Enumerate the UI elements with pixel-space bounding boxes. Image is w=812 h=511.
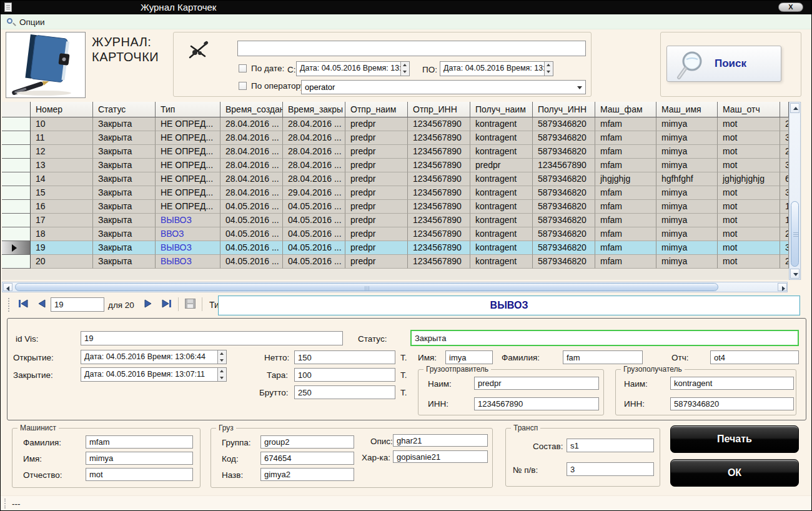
vscroll-thumb[interactable] [791,201,799,267]
scroll-left-button[interactable] [3,283,12,291]
grid-cell[interactable]: mot [718,241,780,255]
table-row[interactable]: 10ЗакрытаНЕ ОПРЕД...28.04.2016 ...28.04.… [2,117,801,131]
table-row[interactable]: 18ЗакрытаВВОЗ04.05.2016 ...04.05.2016 ..… [2,227,801,241]
grid-cell[interactable]: kontragent [470,214,533,227]
receiver-inn-input[interactable] [670,397,794,410]
row-indicator[interactable] [2,117,31,131]
grid-cell[interactable]: mimya [656,131,718,145]
grid-cell[interactable]: 28.04.2016 ... [283,159,345,172]
idvis-input[interactable] [81,331,343,345]
grid-cell[interactable]: 20 [31,255,93,269]
cargo-code-input[interactable] [260,452,354,465]
row-indicator[interactable] [2,241,31,255]
grid-cell[interactable]: mot [718,186,780,200]
grid-cell[interactable]: mimya [656,117,718,131]
table-row[interactable]: 16ЗакрытаНЕ ОПРЕД...04.05.2016 ...04.05.… [2,200,801,214]
grid-cell[interactable]: Закрыта [93,200,156,214]
grid-cell[interactable]: 1234567890 [408,131,470,145]
grid-column-header[interactable]: Получ_ИНН [533,102,595,117]
grid-cell[interactable]: Закрыта [93,241,156,255]
row-indicator[interactable] [2,131,31,145]
grid-cell[interactable]: 04.05.2016 ... [220,200,283,214]
grid-cell[interactable]: kontragent [470,200,533,214]
spinner-up-icon[interactable] [401,62,409,69]
grid-cell[interactable]: mimya [656,255,718,269]
grid-cell[interactable]: 1234567890 [408,200,470,214]
grid-cell[interactable]: 2 [780,227,789,241]
grid-cell[interactable]: jhgjghjg [595,172,656,186]
grid-cell[interactable]: ВЫВОЗ [156,241,220,255]
grid-cell[interactable]: kontragent [470,172,533,186]
transport-pv-input[interactable] [567,462,654,476]
row-indicator[interactable] [2,214,31,227]
grid-column-header[interactable]: Время_создан [220,102,283,117]
close-datetime-field[interactable]: Дата: 04.05.2016 Время: 13:07:11 [81,367,227,382]
grid-cell[interactable]: 5879346820 [533,172,595,186]
grid-cell[interactable]: kontragent [470,241,533,255]
grid-cell[interactable]: 1234567890 [408,214,470,227]
grid-cell[interactable]: 1234567890 [408,241,470,255]
grid-cell[interactable]: 1234567890 [408,159,470,172]
grid-hscrollbar[interactable] [2,282,788,292]
grid-cell[interactable]: mfam [595,227,656,241]
grid-cell[interactable]: 5879346820 [533,214,595,227]
save-button[interactable] [183,297,198,312]
by-date-checkbox[interactable] [239,64,247,72]
brutto-input[interactable] [294,385,395,399]
row-indicator[interactable] [2,255,31,269]
grid-cell[interactable]: predpr [345,200,408,214]
grid-cell[interactable]: 1234567890 [408,172,470,186]
grid-cell[interactable]: Закрыта [93,214,156,227]
grid-cell[interactable]: mfam [595,214,656,227]
grid-cell[interactable]: Закрыта [93,131,156,145]
driver-name-input[interactable] [86,452,193,465]
open-spinner[interactable] [217,350,226,364]
grid-cell[interactable]: 28.04.2016 ... [220,145,283,159]
table-row[interactable]: 13ЗакрытаНЕ ОПРЕД...28.04.2016 ...28.04.… [2,159,801,172]
grid-column-header[interactable]: Отпр_наим [345,102,408,117]
grid-cell[interactable]: mot [718,255,780,269]
grid-cell[interactable]: mfam [595,255,656,269]
grid-cell[interactable]: mot [718,227,780,241]
print-button[interactable]: Печать [670,425,799,453]
grid-cell[interactable]: predpr [345,159,408,172]
grid-cell[interactable]: 12 [31,145,93,159]
grid-cell[interactable]: mfam [595,159,656,172]
grid-cell[interactable]: predpr [345,117,408,131]
grid-column-header[interactable]: Получ_наим [470,102,533,117]
grid-cell[interactable]: 28.04.2016 ... [283,145,345,159]
grid-cell[interactable]: Закрыта [93,255,156,269]
grid-cell[interactable]: 5879346820 [533,145,595,159]
row-indicator[interactable] [2,227,31,241]
row-indicator[interactable] [2,200,31,214]
grid-cell[interactable]: 28.04.2016 ... [283,172,345,186]
grid-cell[interactable]: predpr [345,241,408,255]
cargo-char-input[interactable] [393,450,488,463]
grid-cell[interactable]: 1234567890 [408,145,470,159]
sender-inn-input[interactable] [474,397,599,410]
grid-cell[interactable]: 04.05.2016 ... [283,227,345,241]
tara-input[interactable] [294,368,395,382]
search-input[interactable] [237,41,586,56]
table-row[interactable]: 11ЗакрытаНЕ ОПРЕД...28.04.2016 ...28.04.… [2,131,801,145]
toolbar-grip[interactable] [8,298,10,312]
grid-cell[interactable]: 5879346820 [533,131,595,145]
grid-vscrollbar[interactable] [789,102,801,280]
grid-cell[interactable]: kontragent [470,186,533,200]
grid-cell[interactable]: 3 [780,241,789,255]
grid-cell[interactable]: predpr [470,159,533,172]
grid-cell[interactable]: 2 [780,145,789,159]
grid-cell[interactable]: mfam [595,117,656,131]
date-to-spinner[interactable] [544,62,553,76]
grid-cell[interactable]: kontragent [470,131,533,145]
driver-family-input[interactable] [86,435,193,449]
grid-cell[interactable]: mot [718,214,780,227]
table-row[interactable]: 20ЗакрытаВЫВОЗ04.05.2016 ...04.05.2016 .… [2,255,801,269]
grid-cell[interactable]: 04.05.2016 ... [220,214,283,227]
grid-cell[interactable]: НЕ ОПРЕД... [156,172,220,186]
grid-cell[interactable]: 19 [31,241,93,255]
table-row[interactable]: 15ЗакрытаНЕ ОПРЕД...28.04.2016 ...29.04.… [2,186,801,200]
grid-cell[interactable]: 04.05.2016 ... [220,227,283,241]
grid-cell[interactable]: Закрыта [93,117,156,131]
close-button[interactable]: X [778,2,803,12]
